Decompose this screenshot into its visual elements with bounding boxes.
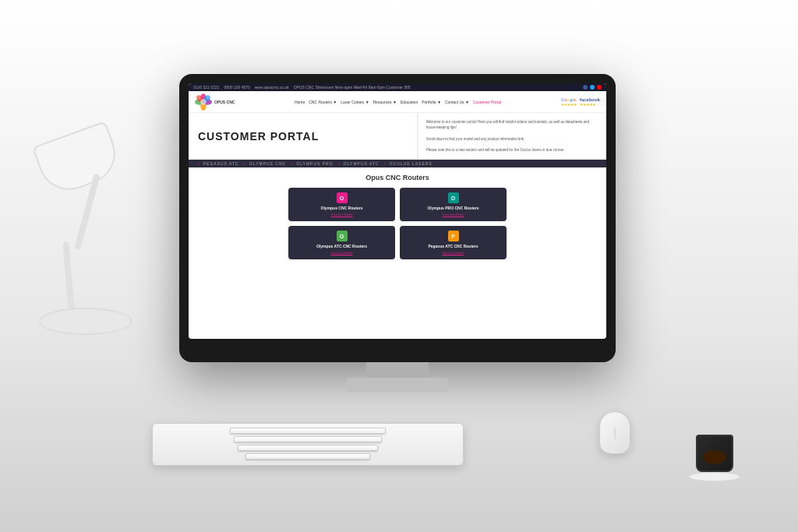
products-grid: O Olympus CNC Routers View this Model O … bbox=[288, 188, 507, 259]
ticker-dot4: • bbox=[338, 161, 341, 166]
nav-home[interactable]: Home bbox=[295, 100, 305, 104]
lamp-arm-lower bbox=[62, 241, 75, 312]
key-row-3 bbox=[159, 445, 457, 451]
google-review: Google. bbox=[561, 97, 577, 102]
nav-education[interactable]: Education bbox=[401, 100, 418, 104]
nav-bar: OPUS CNC Home CNC Routers ▼ Laser Cutter… bbox=[189, 91, 606, 113]
svg-point-6 bbox=[200, 99, 206, 104]
card-link-olympus[interactable]: View this Model bbox=[331, 213, 353, 217]
hero-description: Welcome to our customer portal! Here you… bbox=[426, 119, 598, 153]
ticker-bar: •PEGASUS ATC •OLYMPUS CNC •OLYMPUS PRO •… bbox=[189, 160, 606, 167]
card-title-olympus-atc: Olympus ATC CNC Routers bbox=[316, 244, 367, 248]
website: 0116 321 0221 0800 100 4870 www.opuscnc.… bbox=[189, 83, 606, 339]
nav-cnc-routers[interactable]: CNC Routers ▼ bbox=[309, 100, 337, 104]
monitor-screen: 0116 321 0221 0800 100 4870 www.opuscnc.… bbox=[189, 83, 606, 339]
card-link-pegasus[interactable]: View this Model bbox=[443, 251, 464, 255]
coffee-cup bbox=[696, 435, 733, 472]
nav-resources[interactable]: Resources ▼ bbox=[373, 100, 397, 104]
logo-area: OPUS CNC bbox=[195, 93, 235, 111]
keyboard-spacebar bbox=[245, 453, 370, 460]
nav-contact[interactable]: Contact Us ▼ bbox=[445, 100, 469, 104]
card-title-olympus: Olympus CNC Routers bbox=[321, 206, 363, 210]
section-title: Opus CNC Routers bbox=[195, 174, 600, 181]
card-olympus-pro[interactable]: O Olympus PRO CNC Routers View this Mode… bbox=[400, 188, 507, 221]
nav-portfolio[interactable]: Portfolio ▼ bbox=[422, 100, 441, 104]
hero-right: Welcome to our customer portal! Here you… bbox=[418, 113, 606, 159]
cup-handle bbox=[732, 444, 733, 460]
youtube-icon[interactable] bbox=[597, 85, 602, 90]
lamp-base bbox=[39, 308, 132, 335]
page-title: CUSTOMER PORTAL bbox=[198, 130, 319, 143]
website-topbar: 0116 321 0221 0800 100 4870 www.opuscnc.… bbox=[189, 83, 606, 91]
lamp-head bbox=[32, 121, 124, 199]
website-url: www.opuscnc.co.uk bbox=[255, 85, 289, 90]
keyboard-rows bbox=[153, 424, 463, 463]
phone1: 0116 321 0221 bbox=[193, 85, 219, 90]
card-olympus-atc[interactable]: O Olympus ATC CNC Routers View this Mode… bbox=[288, 226, 395, 259]
nav-links: Home CNC Routers ▼ Laser Cutters ▼ Resou… bbox=[295, 100, 501, 104]
monitor: 0116 321 0221 0800 100 4870 www.opuscnc.… bbox=[179, 74, 616, 401]
promo-text: OPUS CNC Showroom Now open Wed-Fri 9am-5… bbox=[294, 85, 411, 90]
monitor-stand-top bbox=[366, 362, 429, 378]
google-stars: ★★★★★ bbox=[561, 102, 577, 107]
coffee-saucer bbox=[689, 472, 740, 481]
key-row-4 bbox=[159, 453, 457, 460]
mouse bbox=[599, 411, 630, 454]
desk-lamp bbox=[23, 70, 164, 335]
card-icon-olympus-pro: O bbox=[448, 192, 459, 203]
keyboard-row2 bbox=[234, 436, 382, 442]
phone2: 0800 100 4870 bbox=[224, 85, 249, 90]
monitor-stand-base bbox=[347, 378, 448, 392]
facebook-review: facebook bbox=[580, 97, 600, 102]
card-title-pegasus: Pegasus ATC CNC Routers bbox=[428, 244, 478, 248]
keyboard-row3 bbox=[238, 445, 378, 451]
card-title-olympus-pro: Olympus PRO CNC Routers bbox=[427, 206, 478, 210]
key-row-2 bbox=[159, 436, 457, 442]
keyboard bbox=[152, 423, 464, 466]
twitter-icon[interactable] bbox=[590, 85, 595, 90]
ticker-dot5: • bbox=[384, 161, 387, 166]
content-area: Opus CNC Routers O Olympus CNC Routers V… bbox=[189, 167, 606, 266]
nav-customer-portal[interactable]: Customer Portal bbox=[473, 100, 501, 104]
card-icon-olympus: O bbox=[337, 192, 348, 203]
g-letter-e: e. bbox=[574, 97, 577, 102]
card-link-olympus-pro[interactable]: View this Model bbox=[443, 213, 464, 217]
card-icon-olympus-atc: O bbox=[337, 231, 348, 241]
ticker-dot2: • bbox=[244, 161, 246, 166]
hero-section: CUSTOMER PORTAL Welcome to our customer … bbox=[189, 113, 606, 160]
ticker-text: •PEGASUS ATC •OLYMPUS CNC •OLYMPUS PRO •… bbox=[195, 161, 433, 166]
logo-text: OPUS CNC bbox=[214, 100, 235, 104]
facebook-stars: ★★★★★ bbox=[580, 102, 600, 107]
coffee-area bbox=[689, 466, 740, 481]
nav-laser-cutters[interactable]: Laser Cutters ▼ bbox=[341, 100, 369, 104]
card-pegasus-atc[interactable]: P Pegasus ATC CNC Routers View this Mode… bbox=[400, 226, 507, 259]
review-area: Google. ★★★★★ facebook ★★★★★ bbox=[561, 97, 600, 107]
ticker-dot3: • bbox=[291, 161, 294, 166]
topbar-social bbox=[583, 85, 602, 90]
ticker-dot1: • bbox=[198, 161, 200, 166]
topbar-contact: 0116 321 0221 0800 100 4870 www.opuscnc.… bbox=[193, 85, 411, 90]
monitor-bezel: 0116 321 0221 0800 100 4870 www.opuscnc.… bbox=[179, 74, 616, 362]
keyboard-row1 bbox=[230, 428, 386, 434]
card-olympus-cnc[interactable]: O Olympus CNC Routers View this Model bbox=[288, 188, 395, 221]
card-icon-pegasus: P bbox=[448, 231, 459, 241]
key-row-1 bbox=[159, 428, 457, 434]
hero-left: CUSTOMER PORTAL bbox=[189, 113, 418, 159]
facebook-icon[interactable] bbox=[583, 85, 588, 90]
logo-icon bbox=[195, 93, 212, 111]
mouse-divider bbox=[615, 428, 616, 439]
card-link-olympus-atc[interactable]: View this Model bbox=[331, 251, 353, 255]
